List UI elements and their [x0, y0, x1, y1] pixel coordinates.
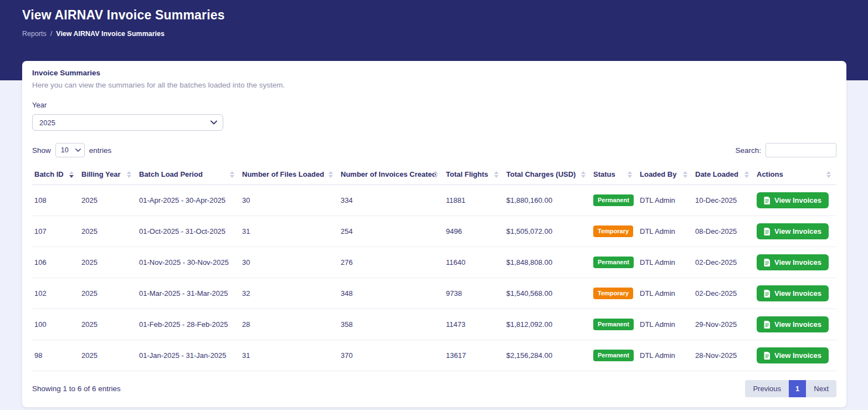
search-input[interactable] [766, 143, 836, 157]
column-header-label: Loaded By [640, 170, 676, 178]
cell-files-loaded: 31 [240, 216, 338, 247]
sort-icon [581, 171, 585, 178]
view-invoices-button[interactable]: View Invoices [757, 192, 829, 208]
cell-loaded-by: DTL Admin [638, 216, 693, 247]
table-row: 106 2025 01-Nov-2025 - 30-Nov-2025 30 27… [32, 247, 836, 278]
cell-invoices-created: 348 [338, 278, 444, 309]
cell-billing-year: 2025 [79, 309, 137, 340]
view-invoices-label: View Invoices [774, 196, 821, 204]
column-header-actions[interactable]: Actions [754, 164, 836, 185]
view-invoices-label: View Invoices [774, 227, 821, 235]
page-length-select[interactable]: 10 [55, 143, 85, 157]
cell-loaded-by: DTL Admin [638, 340, 693, 371]
cell-files-loaded: 30 [240, 185, 338, 216]
sort-icon [127, 171, 131, 178]
cell-invoices-created: 254 [338, 216, 444, 247]
column-header-label: Actions [757, 170, 783, 178]
sort-icon [434, 171, 438, 178]
pagination-previous-button[interactable]: Previous [745, 380, 789, 397]
status-badge: Temporary [593, 226, 633, 237]
cell-total-charges: $1,540,568.00 [504, 278, 591, 309]
cell-actions: View Invoices [754, 216, 836, 247]
cell-total-flights: 11640 [444, 247, 504, 278]
column-header-label: Billing Year [81, 170, 121, 178]
cell-batch-load-period: 01-Feb-2025 - 28-Feb-2025 [137, 309, 240, 340]
cell-total-charges: $1,505,072.00 [504, 216, 591, 247]
view-invoices-button[interactable]: View Invoices [757, 316, 829, 332]
view-invoices-label: View Invoices [774, 351, 821, 360]
breadcrumb: Reports / View AIRNAV Invoice Summaries [22, 30, 846, 38]
cell-total-flights: 11881 [444, 185, 504, 216]
cell-date-loaded: 10-Dec-2025 [693, 185, 754, 216]
cell-batch-id: 108 [32, 185, 79, 216]
status-badge: Permanent [593, 350, 634, 361]
cell-total-charges: $1,812,092.00 [504, 309, 591, 340]
cell-loaded-by: DTL Admin [638, 278, 693, 309]
table-row: 107 2025 01-Oct-2025 - 31-Oct-2025 31 25… [32, 216, 836, 247]
column-header-total_charges[interactable]: Total Charges (USD) [504, 164, 591, 185]
cell-files-loaded: 31 [240, 340, 338, 371]
invoice-document-icon [764, 352, 771, 360]
invoice-document-icon [764, 197, 771, 204]
cell-invoices-created: 358 [338, 309, 444, 340]
cell-status: Temporary [591, 216, 638, 247]
column-header-total_flights[interactable]: Total Flights [444, 164, 504, 185]
column-header-files_loaded[interactable]: Number of Files Loaded [240, 164, 338, 185]
column-header-status[interactable]: Status [591, 164, 638, 185]
cell-total-flights: 9738 [444, 278, 504, 309]
breadcrumb-reports-link[interactable]: Reports [22, 30, 47, 38]
sort-icon [683, 171, 687, 178]
cell-loaded-by: DTL Admin [638, 247, 693, 278]
cell-total-charges: $1,848,808.00 [504, 247, 591, 278]
sort-icon [744, 171, 749, 178]
cell-batch-id: 100 [32, 309, 79, 340]
column-header-label: Status [593, 170, 615, 178]
table-row: 98 2025 01-Jan-2025 - 31-Jan-2025 31 370… [32, 340, 836, 371]
invoice-document-icon [764, 321, 771, 329]
cell-batch-load-period: 01-Mar-2025 - 31-Mar-2025 [137, 278, 240, 309]
view-invoices-button[interactable]: View Invoices [757, 223, 829, 239]
cell-invoices-created: 370 [338, 340, 444, 371]
column-header-batch_id[interactable]: Batch ID [32, 164, 79, 185]
cell-batch-id: 107 [32, 216, 79, 247]
column-header-loaded_by[interactable]: Loaded By [638, 164, 693, 185]
column-header-invoices_created[interactable]: Number of Invoices Created [338, 164, 444, 185]
view-invoices-button[interactable]: View Invoices [757, 254, 829, 270]
table-row: 100 2025 01-Feb-2025 - 28-Feb-2025 28 35… [32, 309, 836, 340]
sort-icon [628, 171, 632, 178]
status-badge: Temporary [593, 288, 633, 299]
breadcrumb-separator: / [50, 30, 52, 38]
cell-files-loaded: 30 [240, 247, 338, 278]
cell-actions: View Invoices [754, 278, 836, 309]
view-invoices-button[interactable]: View Invoices [757, 347, 829, 363]
pagination-page-1-button[interactable]: 1 [789, 380, 806, 397]
sort-icon [230, 171, 234, 178]
pagination-next-button[interactable]: Next [806, 380, 836, 397]
cell-date-loaded: 02-Dec-2025 [693, 278, 754, 309]
invoice-document-icon [764, 259, 771, 266]
cell-files-loaded: 28 [240, 309, 338, 340]
cell-status: Permanent [591, 309, 638, 340]
column-header-date_loaded[interactable]: Date Loaded [693, 164, 754, 185]
year-filter-label: Year [32, 101, 836, 109]
column-header-period[interactable]: Batch Load Period [137, 164, 240, 185]
cell-date-loaded: 28-Nov-2025 [693, 340, 754, 371]
search-label: Search: [735, 146, 761, 155]
sort-icon [69, 171, 74, 178]
breadcrumb-current: View AIRNAV Invoice Summaries [56, 30, 165, 38]
view-invoices-button[interactable]: View Invoices [757, 285, 829, 301]
cell-batch-id: 102 [32, 278, 79, 309]
cell-actions: View Invoices [754, 309, 836, 340]
cell-loaded-by: DTL Admin [638, 185, 693, 216]
cell-date-loaded: 02-Dec-2025 [693, 247, 754, 278]
status-badge: Permanent [593, 194, 634, 206]
cell-status: Permanent [591, 247, 638, 278]
column-header-label: Number of Files Loaded [242, 170, 324, 178]
cell-loaded-by: DTL Admin [638, 309, 693, 340]
cell-billing-year: 2025 [79, 216, 137, 247]
column-header-billing_year[interactable]: Billing Year [79, 164, 137, 185]
year-select[interactable]: 2025 [32, 114, 223, 131]
page-title: View AIRNAV Invoice Summaries [22, 8, 846, 23]
sort-icon [494, 171, 499, 178]
invoice-summaries-card: Invoice Summaries Here you can view the … [22, 61, 846, 407]
